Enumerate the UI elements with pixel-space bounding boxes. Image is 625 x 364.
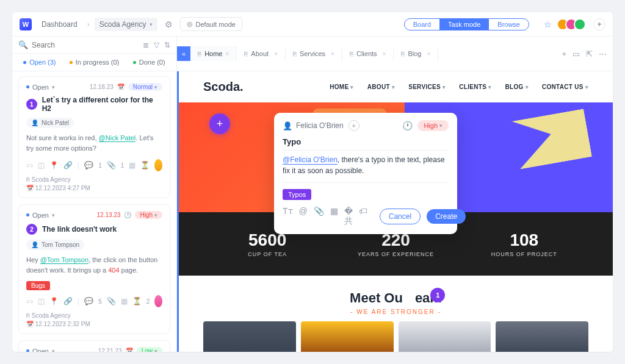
nav-link-home[interactable]: HOME ▾	[330, 84, 354, 90]
mode-button[interactable]: ◎ Default mode	[180, 17, 242, 31]
breadcrumb-root[interactable]: Dashboard	[37, 18, 82, 31]
devices-icon[interactable]: ▭	[573, 49, 580, 59]
task-card[interactable]: Open▾ 12.18.23 📅 Normal▾ 1 Let`s try a d…	[18, 76, 170, 198]
page-tab-services[interactable]: ⎘Services×	[286, 46, 342, 61]
pin-icon[interactable]: 📍	[49, 297, 59, 305]
assignee-field[interactable]: 👤 Felicia O'Brien	[283, 121, 344, 130]
pin-icon[interactable]: 📍	[49, 161, 59, 170]
clock-icon[interactable]: 🕐	[402, 121, 413, 130]
mention[interactable]: @Felicia O'Brien	[283, 155, 338, 165]
tag-badge[interactable]: Typos	[283, 189, 311, 200]
link-icon[interactable]: 🔗	[63, 297, 73, 305]
avatar-stack[interactable]	[560, 18, 586, 30]
status-tab-done[interactable]: Done (0)	[121, 54, 176, 71]
assignee-chip[interactable]: 👤Nick Patel	[26, 118, 74, 128]
priority-badge[interactable]: High▾	[135, 211, 162, 219]
external-icon[interactable]: ⇱	[586, 49, 593, 59]
site-nav: Scoda. HOME ▾ ABOUT ▾ SERVICES ▾ CLIENTS…	[179, 71, 613, 102]
filter-icon[interactable]: ▽	[154, 41, 159, 49]
mention[interactable]: @Tom Tompson	[40, 256, 89, 264]
close-icon[interactable]: ×	[225, 51, 229, 57]
assignee-chip[interactable]: 👤Tom Tompson	[26, 240, 84, 250]
logo[interactable]: W	[20, 18, 32, 30]
search-icon: 🔍	[18, 40, 28, 49]
text-format-icon[interactable]: Tᴛ	[283, 206, 293, 227]
calendar-icon: 📅	[26, 185, 34, 191]
hourglass-icon[interactable]: ⏳	[140, 161, 150, 170]
comment-icon[interactable]: 💬	[84, 297, 93, 305]
view-tab-browse[interactable]: Browse	[489, 19, 529, 30]
sort-icon[interactable]: ⇅	[164, 41, 170, 49]
nav-link-blog[interactable]: BLOG ▾	[505, 84, 528, 90]
task-card[interactable]: Open▾ 12.21.23 📅 Low▾ 3 Can we remove th…	[18, 340, 170, 352]
status-pill[interactable]: Open▾	[26, 348, 55, 352]
gear-icon[interactable]: ⚙	[162, 20, 175, 29]
mention-icon[interactable]: @	[299, 206, 308, 227]
create-task-popup: 👤 Felicia O'Brien + 🕐 High▾ Typo @Felici…	[274, 113, 457, 234]
share-icon[interactable]: �共	[344, 206, 353, 227]
cancel-button[interactable]: Cancel	[380, 209, 421, 224]
collapse-button[interactable]: «	[177, 46, 190, 61]
close-icon[interactable]: ×	[383, 51, 386, 57]
add-tab-button[interactable]: +	[562, 49, 566, 59]
hourglass-icon[interactable]: ⏳	[132, 297, 142, 305]
add-pin-button[interactable]: +	[209, 113, 230, 134]
user-icon: 👤	[31, 120, 38, 126]
mention[interactable]: @Nick Patel	[99, 134, 136, 142]
desktop-icon[interactable]: ▭	[26, 161, 33, 170]
desktop-icon[interactable]: ▭	[26, 297, 33, 305]
page-tab-blog[interactable]: ⎘Blog×	[394, 46, 438, 61]
add-user-button[interactable]: +	[593, 18, 605, 30]
star-icon[interactable]: ☆	[544, 20, 552, 29]
user-icon: 👤	[31, 241, 38, 248]
link-icon: ⎘	[26, 312, 30, 319]
priority-selector[interactable]: High▾	[417, 120, 449, 131]
page-tab-clients[interactable]: ⎘Clients×	[342, 46, 394, 61]
more-icon[interactable]: ⋯	[599, 49, 607, 59]
status-tab-progress[interactable]: In progress (0)	[67, 54, 122, 71]
nav-link-contact[interactable]: CONTACT US ▾	[542, 84, 588, 90]
page-tab-home[interactable]: ⎘Home×	[190, 46, 237, 61]
chevron-down-icon: ▾	[150, 21, 153, 27]
status-pill[interactable]: Open▾	[26, 84, 55, 91]
avatar[interactable]	[154, 159, 162, 171]
task-description: Not sure it works in red, @Nick Patel. L…	[26, 133, 162, 153]
close-icon[interactable]: ×	[331, 51, 334, 57]
tag-icon[interactable]: 🏷	[359, 206, 367, 227]
date-icon[interactable]: ▦	[330, 206, 338, 227]
attachment-icon[interactable]: 📎	[314, 206, 324, 227]
site-brand[interactable]: Scoda.	[203, 80, 244, 94]
crop-icon[interactable]: ◫	[38, 161, 45, 170]
create-button[interactable]: Create	[427, 209, 466, 224]
avatar[interactable]	[154, 295, 162, 307]
search-input[interactable]	[32, 41, 139, 49]
comment-icon[interactable]: 💬	[84, 161, 93, 170]
nav-link-clients[interactable]: CLIENTS ▾	[459, 84, 491, 90]
nav-link-about[interactable]: ABOUT ▾	[367, 84, 395, 90]
window-icon[interactable]: ▦	[121, 297, 128, 305]
window-icon[interactable]: ▦	[129, 161, 135, 170]
attachment-icon[interactable]: 📎	[107, 161, 116, 170]
popup-title-input[interactable]: Typo	[283, 137, 449, 151]
link-icon[interactable]: 🔗	[63, 161, 73, 170]
close-icon[interactable]: ×	[427, 51, 430, 57]
crop-icon[interactable]: ◫	[38, 297, 45, 305]
priority-badge[interactable]: Normal▾	[128, 83, 162, 91]
tag-badge[interactable]: Bugs	[26, 281, 50, 290]
page-tab-about[interactable]: ⎘About×	[237, 46, 286, 61]
popup-body-input[interactable]: @Felicia O'Brien, there's a typo in the …	[283, 154, 449, 183]
attachment-icon[interactable]: 📎	[107, 297, 116, 305]
breadcrumb-project[interactable]: Scoda Agency▾	[95, 18, 158, 31]
close-icon[interactable]: ×	[274, 51, 278, 57]
status-pill[interactable]: Open▾	[26, 212, 55, 219]
add-assignee-button[interactable]: +	[349, 120, 359, 131]
priority-badge[interactable]: Low▾	[137, 347, 162, 352]
status-tab-open[interactable]: Open (3)	[12, 54, 67, 71]
task-title: Let`s try a different color for the H2	[42, 96, 162, 113]
task-card[interactable]: Open▾ 12.13.23 🕐 High▾ 2 The link doesn'…	[18, 204, 170, 334]
link-icon: ⎘	[401, 51, 405, 57]
list-icon[interactable]: ≣	[143, 41, 149, 49]
view-tab-board[interactable]: Board	[405, 19, 439, 30]
view-tab-taskmode[interactable]: Task mode	[439, 19, 489, 30]
nav-link-services[interactable]: SERVICES ▾	[408, 84, 446, 90]
